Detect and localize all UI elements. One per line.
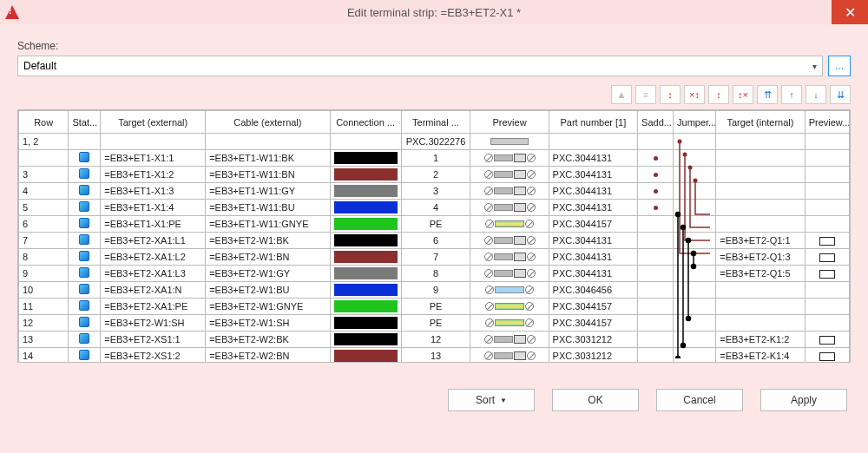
col-preview[interactable]: Preview: [470, 111, 549, 134]
col-jumper[interactable]: Jumper...: [674, 111, 716, 134]
col-connection[interactable]: Connection ...: [330, 111, 401, 134]
ok-button[interactable]: OK: [552, 389, 639, 411]
scheme-more-button[interactable]: ...: [828, 56, 851, 76]
scheme-select[interactable]: Default ▾: [17, 56, 823, 76]
cell-connection: [330, 134, 401, 150]
cell-target-int: [716, 315, 805, 332]
cell-connection: [330, 167, 401, 183]
cell-preview2: [805, 282, 849, 299]
cell-cable-ext: =EB3+ET1-W11:BU: [206, 200, 330, 216]
button-row: Sort▼ OK Cancel Apply: [17, 389, 851, 411]
sort-button[interactable]: Sort▼: [448, 389, 535, 411]
table-row[interactable]: 8=EB3+ET2-XA1:L2=EB3+ET2-W1:BN7PXC.30441…: [19, 249, 850, 266]
col-status[interactable]: Stat...: [69, 111, 101, 134]
cell-terminal: 6: [401, 233, 470, 249]
cell-row: 8: [19, 249, 69, 266]
tool-list-icon[interactable]: ≡: [635, 85, 656, 104]
cell-preview2: [805, 233, 849, 249]
tool-swap-delete-left-icon[interactable]: ×↕: [684, 85, 705, 104]
col-part[interactable]: Part number [1]: [549, 111, 637, 134]
target-preview-icon: [819, 336, 835, 345]
cell-preview: [470, 348, 549, 364]
status-icon: [79, 333, 89, 344]
cell-jumper: [674, 315, 716, 332]
cell-terminal: PE: [401, 299, 470, 315]
cell-status: [69, 216, 101, 233]
cell-target-int: [716, 183, 805, 200]
cell-target-ext: =EB3+ET1-X1:2: [101, 167, 206, 183]
table-row[interactable]: 14=EB3+ET2-XS1:2=EB3+ET2-W2:BN13PXC.3031…: [19, 348, 850, 364]
col-cable-ext[interactable]: Cable (external): [206, 111, 330, 134]
target-preview-icon: [819, 270, 835, 279]
cell-preview: [470, 200, 549, 216]
cancel-button[interactable]: Cancel: [656, 389, 743, 411]
table-row[interactable]: 5=EB3+ET1-X1:4=EB3+ET1-W11:BU4PXC.304413…: [19, 200, 850, 216]
tool-swap-b-icon[interactable]: ↕: [708, 85, 729, 104]
table-row[interactable]: 6=EB3+ET1-X1:PE=EB3+ET1-W11:GNYEPEPXC.30…: [19, 216, 850, 233]
cell-preview2: [805, 134, 849, 150]
table-row[interactable]: =EB3+ET1-X1:1=EB3+ET1-W11:BK1PXC.3044131: [19, 150, 850, 167]
tool-move-first-icon[interactable]: ▲: [611, 85, 632, 104]
table-row[interactable]: 13=EB3+ET2-XS1:1=EB3+ET2-W2:BK12PXC.3031…: [19, 332, 850, 348]
cell-part: PXC.3044131: [549, 266, 637, 282]
color-swatch: [334, 218, 398, 230]
cell-preview: [470, 315, 549, 332]
cell-part: PXC.3044157: [549, 216, 637, 233]
cell-status: [69, 266, 101, 282]
cell-row: 12: [19, 315, 69, 332]
grid[interactable]: Row Stat... Target (external) Cable (ext…: [17, 109, 851, 363]
col-preview2[interactable]: Preview...: [805, 111, 849, 134]
tool-bottom-icon[interactable]: ⇊: [830, 85, 851, 104]
cell-row: 7: [19, 233, 69, 249]
tool-up-icon[interactable]: ↑: [781, 85, 802, 104]
tool-top-icon[interactable]: ⇈: [757, 85, 778, 104]
apply-button[interactable]: Apply: [760, 389, 847, 411]
cell-row: 1, 2: [19, 134, 69, 150]
cell-jumper: [674, 167, 716, 183]
table-row[interactable]: 10=EB3+ET2-XA1:N=EB3+ET2-W1:BU9PXC.30464…: [19, 282, 850, 299]
cell-status: [69, 348, 101, 364]
tool-swap-a-icon[interactable]: ↕: [660, 85, 681, 104]
status-icon: [79, 218, 89, 228]
cell-row: 14: [19, 348, 69, 364]
cell-preview: [470, 282, 549, 299]
cell-target-ext: =EB3+ET1-X1:1: [101, 150, 206, 167]
cell-status: [69, 249, 101, 266]
col-target-int[interactable]: Target (internal): [716, 111, 805, 134]
cell-sadd: [638, 348, 674, 364]
cell-status: [69, 134, 101, 150]
cell-target-int: [716, 216, 805, 233]
tool-down-icon[interactable]: ↓: [806, 85, 826, 104]
scheme-label: Scheme:: [17, 40, 851, 52]
table-row[interactable]: 11=EB3+ET2-XA1:PE=EB3+ET2-W1:GNYEPEPXC.3…: [19, 299, 850, 315]
table-row[interactable]: 3=EB3+ET1-X1:2=EB3+ET1-W11:BN2PXC.304413…: [19, 167, 850, 183]
cell-row: 3: [19, 167, 69, 183]
cell-jumper: [674, 332, 716, 348]
cell-part: PXC.3044131: [549, 183, 637, 200]
cell-status: [69, 167, 101, 183]
status-icon: [79, 185, 89, 195]
cell-target-int: =EB3+ET2-Q1:5: [716, 266, 805, 282]
cell-status: [69, 332, 101, 348]
table-row[interactable]: 4=EB3+ET1-X1:3=EB3+ET1-W11:GY3PXC.304413…: [19, 183, 850, 200]
table-row[interactable]: 1, 2PXC.3022276: [19, 134, 850, 150]
table-row[interactable]: 7=EB3+ET2-XA1:L1=EB3+ET2-W1:BK6PXC.30441…: [19, 233, 850, 249]
tool-swap-delete-right-icon[interactable]: ↕×: [733, 85, 753, 104]
cell-connection: [330, 200, 401, 216]
cell-part: [549, 134, 637, 150]
col-sadd[interactable]: Sadd...: [638, 111, 674, 134]
cell-cable-ext: =EB3+ET2-W1:BK: [206, 233, 330, 249]
status-icon: [79, 168, 89, 179]
saddle-dot-icon: [654, 156, 658, 161]
cell-preview2: [805, 150, 849, 167]
cell-connection: [330, 315, 401, 332]
col-terminal[interactable]: Terminal ...: [401, 111, 470, 134]
cell-row: [19, 150, 69, 167]
cell-part: PXC.3044131: [549, 233, 637, 249]
cell-target-ext: =EB3+ET2-XA1:L1: [101, 233, 206, 249]
close-button[interactable]: ✕: [832, 0, 868, 24]
col-target-ext[interactable]: Target (external): [101, 111, 206, 134]
table-row[interactable]: 9=EB3+ET2-XA1:L3=EB3+ET2-W1:GY8PXC.30441…: [19, 266, 850, 282]
col-row[interactable]: Row: [19, 111, 69, 134]
table-row[interactable]: 12=EB3+ET2-W1:SH=EB3+ET2-W1:SHPEPXC.3044…: [19, 315, 850, 332]
